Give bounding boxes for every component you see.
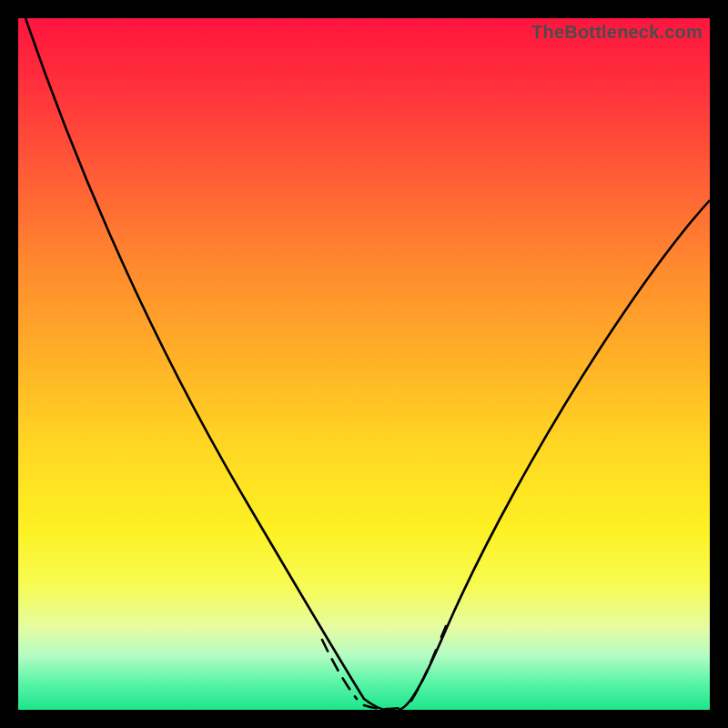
- plot-area: TheBottleneck.com: [18, 18, 710, 710]
- minimum-marker-band: [322, 626, 446, 709]
- curve-left: [25, 18, 387, 710]
- chart-svg: [18, 18, 710, 710]
- curve-right: [399, 200, 710, 710]
